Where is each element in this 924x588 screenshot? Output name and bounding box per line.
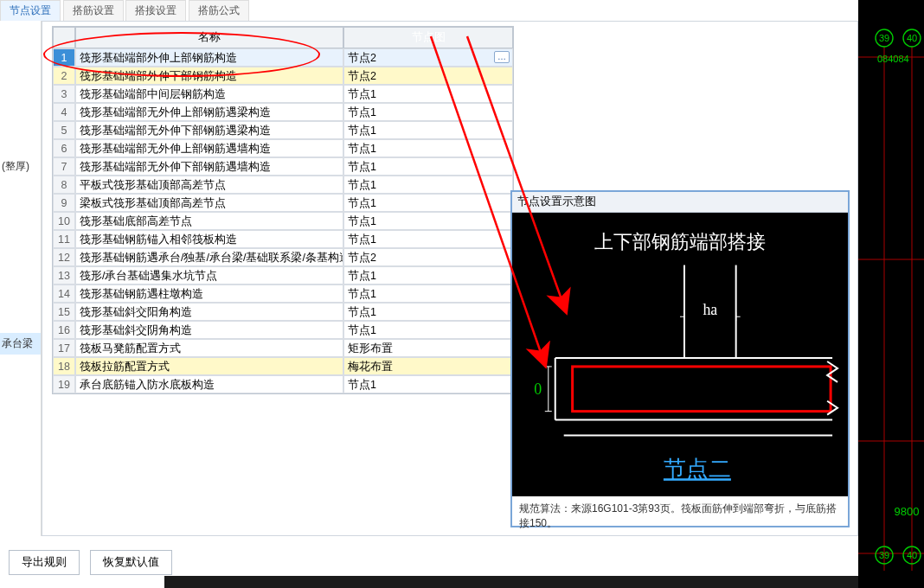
table-row[interactable]: 15筏形基础斜交阳角构造节点1: [53, 303, 513, 321]
tab-splice-settings[interactable]: 搭接设置: [125, 0, 186, 21]
svg-text:9800: 9800: [895, 505, 920, 518]
row-number: 1: [53, 48, 75, 67]
row-name: 筏形基础端部无外伸上部钢筋遇梁构造: [75, 103, 343, 121]
row-number: 8: [53, 176, 75, 194]
row-name: 筏形基础端部外伸上部钢筋构造: [75, 48, 343, 67]
tab-rebar-formula[interactable]: 搭筋公式: [189, 0, 249, 21]
table-row[interactable]: 19承台底筋锚入防水底板构造节点1: [53, 375, 513, 393]
row-node-value[interactable]: 梅花布置: [343, 357, 513, 375]
row-name: 平板式筏形基础顶部高差节点: [75, 176, 343, 194]
restore-defaults-button[interactable]: 恢复默认值: [90, 550, 172, 575]
row-node-value[interactable]: 节点1: [343, 321, 513, 339]
ellipsis-button[interactable]: …: [494, 51, 510, 63]
row-node-value[interactable]: 节点2: [343, 248, 513, 266]
table-row[interactable]: 16筏形基础斜交阴角构造节点1: [53, 321, 513, 339]
left-item-beam[interactable]: 承台梁: [0, 333, 41, 355]
row-name: 筏形/承台基础遇集水坑节点: [75, 266, 343, 284]
svg-text:39: 39: [879, 33, 889, 43]
row-number: 9: [53, 194, 75, 212]
table-row[interactable]: 10筏形基础底部高差节点节点1: [53, 212, 513, 230]
svg-text:39: 39: [879, 550, 889, 560]
popup-footer: 规范算法：来源16G101-3第93页。筏板面筋伸到端部弯折，与底筋搭接150。: [512, 496, 848, 536]
bottom-buttons: 导出规则 恢复默认值: [9, 550, 179, 575]
diagram-heading: 上下部钢筋端部搭接: [594, 232, 766, 252]
table-row[interactable]: 6筏形基础端部无外伸上部钢筋遇墙构造节点1: [53, 139, 513, 157]
col-header-node[interactable]: 节点图: [343, 27, 513, 48]
row-node-value[interactable]: 节点1: [343, 139, 513, 157]
table-row[interactable]: 8平板式筏形基础顶部高差节点节点1: [53, 176, 513, 194]
tab-node-settings[interactable]: 节点设置: [0, 0, 61, 21]
row-node-value[interactable]: 节点1: [343, 284, 513, 303]
table-row[interactable]: 17筏板马凳筋配置方式矩形布置: [53, 339, 513, 357]
table-row[interactable]: 9梁板式筏形基础顶部高差节点节点1: [53, 194, 513, 212]
diagram-link: 节点二: [664, 457, 731, 482]
row-name: 筏形基础斜交阳角构造: [75, 303, 343, 321]
table-row[interactable]: 13筏形/承台基础遇集水坑节点节点1: [53, 266, 513, 284]
svg-rect-12: [573, 367, 831, 412]
table-row[interactable]: 12筏形基础钢筋遇承台/独基/承台梁/基础联系梁/条基构造节点2: [53, 248, 513, 266]
table-row[interactable]: 11筏形基础钢筋锚入相邻筏板构造节点1: [53, 230, 513, 248]
row-name: 筏板马凳筋配置方式: [75, 339, 343, 357]
row-name: 梁板式筏形基础顶部高差节点: [75, 194, 343, 212]
row-number: 12: [53, 248, 75, 266]
svg-text:40: 40: [907, 33, 917, 43]
svg-rect-16: [858, 0, 924, 588]
row-node-value[interactable]: 节点1: [343, 157, 513, 176]
row-node-value[interactable]: 节点1: [343, 230, 513, 248]
row-name: 筏形基础端部中间层钢筋构造: [75, 85, 343, 103]
row-node-value[interactable]: 节点1: [343, 176, 513, 194]
table-row[interactable]: 5筏形基础端部无外伸下部钢筋遇梁构造节点1: [53, 121, 513, 139]
row-node-value[interactable]: 节点1: [343, 375, 513, 393]
row-number: 19: [53, 375, 75, 393]
row-node-value[interactable]: 节点1: [343, 85, 513, 103]
table-row[interactable]: 4筏形基础端部无外伸上部钢筋遇梁构造节点1: [53, 103, 513, 121]
table-row[interactable]: 1筏形基础端部外伸上部钢筋构造节点2…: [53, 48, 513, 67]
row-node-value[interactable]: 节点1: [343, 303, 513, 321]
row-name: 筏板拉筋配置方式: [75, 357, 343, 375]
table-row[interactable]: 2筏形基础端部外伸下部钢筋构造节点2: [53, 67, 513, 85]
tab-rebar-settings[interactable]: 搭筋设置: [63, 0, 124, 21]
export-rules-button[interactable]: 导出规则: [9, 550, 80, 575]
svg-text:084084: 084084: [877, 54, 909, 64]
dim-ha: ha: [703, 301, 717, 318]
row-node-value[interactable]: 节点2: [343, 67, 513, 85]
left-item-thickness[interactable]: (整厚): [0, 156, 41, 177]
table-row[interactable]: 3筏形基础端部中间层钢筋构造节点1: [53, 85, 513, 103]
row-number: 7: [53, 157, 75, 176]
row-number: 16: [53, 321, 75, 339]
row-name: 筏形基础钢筋遇承台/独基/承台梁/基础联系梁/条基构造: [75, 248, 343, 266]
bottom-ruler: [164, 576, 924, 588]
col-header-name[interactable]: 名称: [75, 27, 343, 48]
col-header-num: [53, 27, 75, 48]
row-node-value[interactable]: 节点1: [343, 212, 513, 230]
table-row[interactable]: 14筏形基础钢筋遇柱墩构造节点1: [53, 284, 513, 303]
row-node-value[interactable]: 节点2…: [343, 48, 513, 67]
row-number: 14: [53, 284, 75, 303]
row-name: 筏形基础底部高差节点: [75, 212, 343, 230]
table-row[interactable]: 7筏形基础端部无外伸下部钢筋遇墙构造节点1: [53, 157, 513, 176]
row-number: 13: [53, 266, 75, 284]
row-number: 5: [53, 121, 75, 139]
row-number: 10: [53, 212, 75, 230]
cad-strip: 39 40 084084 39 40 9800: [858, 0, 924, 588]
row-name: 筏形基础端部无外伸下部钢筋遇墙构造: [75, 157, 343, 176]
row-name: 筏形基础钢筋遇柱墩构造: [75, 284, 343, 303]
row-node-value[interactable]: 节点1: [343, 103, 513, 121]
row-number: 3: [53, 85, 75, 103]
row-node-value[interactable]: 节点1: [343, 121, 513, 139]
left-sidebar: (整厚) 承台梁: [0, 0, 42, 536]
tab-bar: 节点设置 搭筋设置 搭接设置 搭筋公式: [0, 0, 924, 21]
row-name: 筏形基础端部外伸下部钢筋构造: [75, 67, 343, 85]
dim-zero: 0: [534, 380, 542, 398]
row-number: 6: [53, 139, 75, 157]
row-number: 17: [53, 339, 75, 357]
diagram-canvas: 上下部钢筋端部搭接 ha 0 节点二: [512, 213, 848, 496]
row-node-value[interactable]: 节点1: [343, 266, 513, 284]
row-node-value[interactable]: 节点1: [343, 194, 513, 212]
row-name: 筏形基础钢筋锚入相邻筏板构造: [75, 230, 343, 248]
table-row[interactable]: 18筏板拉筋配置方式梅花布置: [53, 357, 513, 375]
row-node-value[interactable]: 矩形布置: [343, 339, 513, 357]
node-table: 名称 节点图 1筏形基础端部外伸上部钢筋构造节点2…2筏形基础端部外伸下部钢筋构…: [52, 26, 514, 394]
row-number: 4: [53, 103, 75, 121]
row-number: 18: [53, 357, 75, 375]
